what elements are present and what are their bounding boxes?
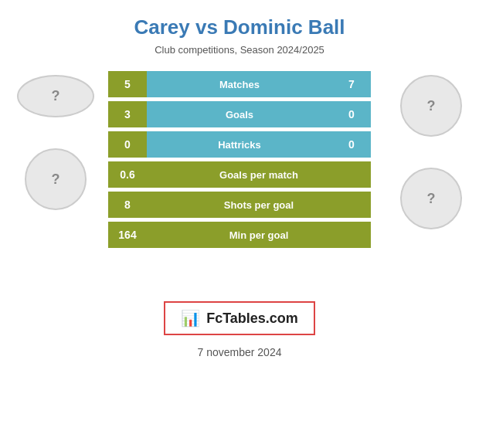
page-title: Carey vs Dominic Ball: [134, 15, 345, 39]
stat-row-mpg: 164 Min per goal: [108, 222, 371, 248]
matches-right-val: 7: [332, 71, 371, 97]
page-container: Carey vs Dominic Ball Club competitions,…: [0, 0, 479, 448]
stat-row-gpm: 0.6 Goals per match: [108, 161, 371, 188]
stat-row-hattricks: 0 Hattricks 0: [108, 131, 371, 158]
hattricks-right-val: 0: [332, 131, 371, 158]
left-avatars: ? ?: [17, 71, 94, 287]
avatar-left-top: ?: [17, 75, 94, 117]
page-subtitle: Club competitions, Season 2024/2025: [155, 44, 324, 56]
avatar-right-mid: ?: [400, 168, 462, 229]
stat-row-spg: 8 Shots per goal: [108, 192, 371, 218]
matches-left-val: 5: [108, 71, 147, 97]
avatar-left-mid-icon: ?: [52, 171, 60, 188]
mpg-label: Min per goal: [147, 222, 371, 248]
gpm-label: Goals per match: [147, 161, 371, 188]
matches-label: Matches: [147, 71, 332, 97]
mpg-left-val: 164: [108, 222, 147, 248]
stats-table: 5 Matches 7 3 Goals 0 0 Hattricks 0 0.6 …: [108, 71, 371, 248]
goals-label: Goals: [147, 101, 332, 127]
spg-left-val: 8: [108, 192, 147, 218]
avatar-left-mid: ?: [25, 148, 87, 210]
date-label: 7 november 2024: [198, 346, 282, 358]
gpm-left-val: 0.6: [108, 161, 147, 188]
avatar-right-top-icon: ?: [427, 98, 436, 114]
stat-row-matches: 5 Matches 7: [108, 71, 371, 97]
hattricks-label: Hattricks: [147, 131, 332, 158]
brand-text: FcTables.com: [206, 311, 298, 327]
hattricks-left-val: 0: [108, 131, 147, 158]
right-avatars: ? ?: [400, 71, 462, 287]
goals-left-val: 3: [108, 101, 147, 127]
spg-label: Shots per goal: [147, 192, 371, 218]
goals-right-val: 0: [332, 101, 371, 127]
avatar-right-mid-icon: ?: [427, 191, 436, 207]
brand-icon: 📊: [181, 309, 200, 328]
branding-box: 📊 FcTables.com: [164, 301, 315, 335]
avatar-left-top-icon: ?: [52, 88, 60, 104]
stat-row-goals: 3 Goals 0: [108, 101, 371, 127]
avatar-right-top: ?: [400, 75, 462, 137]
